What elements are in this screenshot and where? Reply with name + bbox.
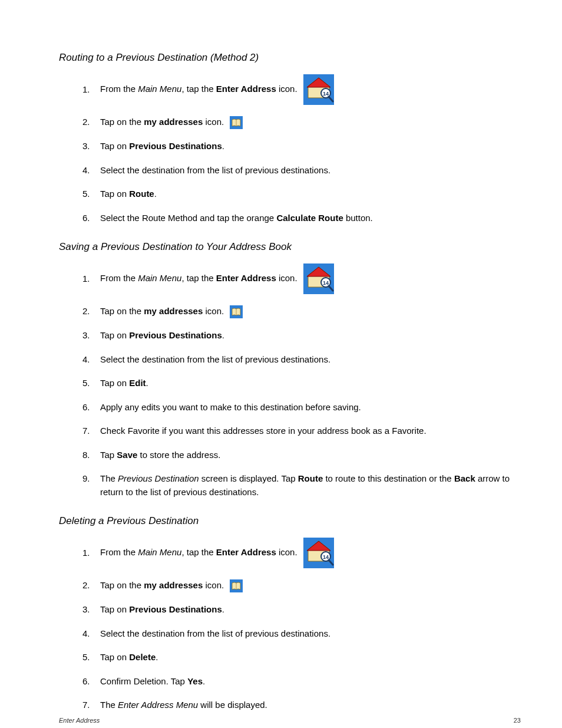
step-number: 8. — [82, 449, 100, 462]
text-fragment: Previous Destination — [118, 473, 199, 483]
page-footer: Enter Address 23 — [59, 717, 521, 724]
text-fragment: my addresses — [144, 580, 203, 590]
list-item: 5.Tap on Delete. — [82, 651, 521, 664]
text-fragment: to store the address. — [137, 450, 220, 460]
text-fragment: Enter Address Menu — [118, 700, 198, 710]
step-text: Apply any edits you want to make to this… — [100, 401, 521, 414]
step-list: 1.From the Main Menu, tap the Enter Addr… — [82, 538, 521, 712]
step-text: Check Favorite if you want this addresse… — [100, 424, 521, 438]
text-fragment: From the — [100, 273, 138, 283]
text-fragment: Route — [298, 473, 323, 483]
list-item: 3.Tap on Previous Destinations. — [82, 603, 521, 617]
text-fragment: Tap on — [100, 604, 129, 614]
step-text: Select the Route Method and tap the oran… — [100, 212, 521, 225]
list-item: 7.The Enter Address Menu will be display… — [82, 699, 521, 712]
text-fragment: Tap on — [100, 189, 129, 199]
list-item: 1.From the Main Menu, tap the Enter Addr… — [82, 74, 521, 105]
step-number: 6. — [82, 212, 100, 225]
text-fragment: From the — [100, 84, 138, 94]
list-item: 4.Select the destination from the list o… — [82, 627, 521, 641]
text-fragment: From the — [100, 547, 138, 557]
list-item: 8.Tap Save to store the address. — [82, 449, 521, 462]
text-fragment: icon. — [203, 117, 224, 127]
text-fragment: Back — [454, 473, 475, 483]
list-item: 2.Tap on the my addresses icon. — [82, 579, 521, 592]
text-fragment: Select the destination from the list of … — [100, 354, 330, 364]
text-fragment: to route to this destination or the — [323, 473, 454, 483]
text-fragment: Select the Route Method and tap the oran… — [100, 213, 276, 223]
step-list: 1.From the Main Menu, tap the Enter Addr… — [82, 263, 521, 499]
text-fragment: Calculate Route — [276, 213, 343, 223]
text-fragment: Apply any edits you want to make to this… — [100, 402, 361, 412]
text-fragment: button. — [343, 213, 373, 223]
text-fragment: icon. — [276, 547, 297, 557]
list-item: 6.Select the Route Method and tap the or… — [82, 212, 521, 225]
step-text: Confirm Deletion. Tap Yes. — [100, 675, 521, 689]
text-fragment: Tap on the — [100, 117, 144, 127]
step-number: 3. — [82, 140, 100, 153]
text-fragment: my addresses — [144, 117, 203, 127]
step-number: 2. — [82, 305, 100, 318]
text-fragment: Enter Address — [216, 547, 276, 557]
step-text: Tap on Previous Destinations. — [100, 140, 521, 153]
step-number: 2. — [82, 579, 100, 592]
step-number: 4. — [82, 164, 100, 177]
text-fragment: Select the destination from the list of … — [100, 628, 330, 638]
list-item: 6.Apply any edits you want to make to th… — [82, 401, 521, 414]
text-fragment: icon. — [203, 306, 224, 316]
step-number: 5. — [82, 187, 100, 201]
step-number: 5. — [82, 651, 100, 664]
step-text: Tap on the my addresses icon. — [100, 579, 521, 592]
my-addresses-icon — [230, 579, 243, 592]
text-fragment: Previous Destinations — [129, 330, 222, 340]
step-text: Tap on Edit. — [100, 377, 521, 390]
text-fragment: Tap — [100, 450, 117, 460]
text-fragment: icon. — [276, 273, 297, 283]
text-fragment: my addresses — [144, 306, 203, 316]
text-fragment: . — [146, 378, 148, 388]
list-item: 1.From the Main Menu, tap the Enter Addr… — [82, 538, 521, 568]
step-number: 3. — [82, 603, 100, 617]
text-fragment: Enter Address — [216, 273, 276, 283]
list-item: 2.Tap on the my addresses icon. — [82, 305, 521, 318]
text-fragment: . — [203, 676, 205, 686]
section-heading: Saving a Previous Destination to Your Ad… — [59, 241, 521, 253]
text-fragment: Main Menu — [138, 84, 181, 94]
text-fragment: Delete — [129, 652, 156, 662]
section-heading: Deleting a Previous Destination — [59, 515, 521, 527]
list-item: 3.Tap on Previous Destinations. — [82, 140, 521, 153]
text-fragment: . — [222, 604, 224, 614]
text-fragment: . — [156, 652, 158, 662]
text-fragment: icon. — [203, 580, 224, 590]
enter-address-icon — [303, 538, 334, 568]
step-number: 3. — [82, 329, 100, 342]
text-fragment: will be displayed. — [198, 700, 267, 710]
list-item: 2.Tap on the my addresses icon. — [82, 116, 521, 129]
step-text: Tap on the my addresses icon. — [100, 116, 521, 129]
step-number: 7. — [82, 424, 100, 438]
text-fragment: Previous Destinations — [129, 604, 222, 614]
step-number: 5. — [82, 377, 100, 390]
text-fragment: Enter Address — [216, 84, 276, 94]
enter-address-icon — [303, 263, 334, 294]
text-fragment: The — [100, 700, 118, 710]
text-fragment: Select the destination from the list of … — [100, 165, 330, 175]
step-number: 4. — [82, 627, 100, 641]
text-fragment: , tap the — [181, 84, 216, 94]
text-fragment: . — [222, 330, 224, 340]
text-fragment: Tap on — [100, 378, 129, 388]
step-text: Tap on Delete. — [100, 651, 521, 664]
step-number: 6. — [82, 675, 100, 689]
step-text: The Previous Destination screen is displ… — [100, 472, 521, 499]
list-item: 7.Check Favorite if you want this addres… — [82, 424, 521, 438]
step-text: Tap on Previous Destinations. — [100, 603, 521, 617]
step-text: The Enter Address Menu will be displayed… — [100, 699, 521, 712]
step-number: 1. — [82, 83, 100, 97]
step-number: 1. — [82, 546, 100, 560]
list-item: 6.Confirm Deletion. Tap Yes. — [82, 675, 521, 689]
step-number: 1. — [82, 272, 100, 286]
text-fragment: Yes — [187, 676, 203, 686]
text-fragment: Edit — [129, 378, 146, 388]
footer-section-name: Enter Address — [59, 717, 100, 724]
text-fragment: Tap on — [100, 141, 129, 151]
